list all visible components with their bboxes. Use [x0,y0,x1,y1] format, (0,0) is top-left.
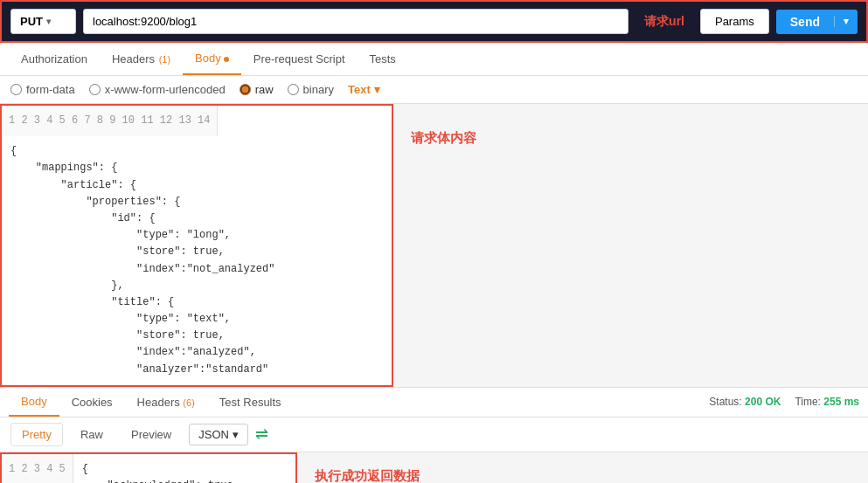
tab-headers[interactable]: Headers (1) [100,44,183,74]
status-area: Status: 200 OK Time: 255 ms [709,396,859,408]
tab-body[interactable]: Body [183,43,241,75]
resp-format-dropdown[interactable]: JSON ▾ [189,424,248,445]
format-chevron-icon: ▾ [374,83,380,96]
resp-code-content: { "acknowledged": true, "shards_acknowle… [73,454,292,483]
option-raw[interactable]: raw [240,83,274,96]
option-binary[interactable]: binary [288,83,334,96]
resp-tab-cookies[interactable]: Cookies [59,389,125,416]
url-input[interactable] [83,9,628,34]
resp-format-chevron-icon: ▾ [233,428,239,441]
tab-authorization-label: Authorization [21,52,87,66]
response-tabs: Body Cookies Headers (6) Test Results St… [0,388,868,417]
tab-prerequest[interactable]: Pre-request Script [241,44,358,74]
tab-prerequest-label: Pre-request Script [253,52,345,66]
body-options-bar: form-data x-www-form-urlencoded raw bina… [0,76,868,104]
wrap-icon[interactable]: ⇌ [255,424,268,444]
status-prefix: Status: [709,396,741,408]
url-hint: 请求url [635,14,693,30]
status-value: 200 OK [745,396,781,408]
resp-tab-headers-label: Headers (6) [137,396,195,409]
method-chevron-icon: ▾ [46,17,51,26]
send-dropdown-icon[interactable]: ▾ [834,16,858,27]
send-label: Send [776,15,834,29]
time-value: 255 ms [823,396,859,408]
resp-tab-headers[interactable]: Headers (6) [125,389,207,416]
tab-body-label: Body [195,52,229,65]
line-numbers: 1 2 3 4 5 6 7 8 9 10 11 12 13 14 [2,106,218,136]
response-options: Pretty Raw Preview JSON ▾ ⇌ [0,417,868,452]
resp-pretty-btn[interactable]: Pretty [10,423,63,446]
resp-format-label: JSON [198,428,229,441]
resp-tab-testresults[interactable]: Test Results [207,389,294,416]
format-dropdown[interactable]: Text ▾ [348,83,380,96]
url-bar: PUT ▾ 请求url Params Send ▾ [0,0,868,43]
option-form-data[interactable]: form-data [10,83,75,96]
response-code-editor[interactable]: 1 2 3 4 5{ "acknowledged": true, "shards… [0,452,297,483]
option-urlencoded[interactable]: x-www-form-urlencoded [89,83,226,96]
params-button[interactable]: Params [700,9,769,34]
method-label: PUT [20,15,43,28]
tab-tests[interactable]: Tests [358,44,408,74]
tab-headers-label: Headers (1) [112,52,170,66]
tab-authorization[interactable]: Authorization [9,44,100,74]
time-label: Time: 255 ms [795,396,859,408]
request-tabs: Authorization Headers (1) Body Pre-reque… [0,43,868,76]
request-body-section: 1 2 3 4 5 6 7 8 9 10 11 12 13 14{ "mappi… [0,104,868,388]
response-hint: 执行成功返回数据 [297,459,437,483]
resp-tab-testresults-label: Test Results [219,396,281,409]
resp-tab-cookies-label: Cookies [72,396,113,409]
resp-raw-btn[interactable]: Raw [70,424,114,445]
send-button[interactable]: Send ▾ [776,10,858,34]
format-label: Text [348,83,371,96]
resp-preview-btn[interactable]: Preview [121,424,182,445]
time-prefix: Time: [795,396,821,408]
tab-tests-label: Tests [370,52,396,66]
request-body-hint: 请求体内容 [393,113,494,164]
resp-line-numbers: 1 2 3 4 5 [2,454,73,483]
status-label: Status: 200 OK [709,396,781,408]
response-body-section: 1 2 3 4 5{ "acknowledged": true, "shards… [0,452,868,483]
resp-tab-body[interactable]: Body [9,388,59,417]
request-code-editor[interactable]: 1 2 3 4 5 6 7 8 9 10 11 12 13 14{ "mappi… [0,104,393,387]
code-content: { "mappings": { "article": { "properties… [2,136,283,385]
method-selector[interactable]: PUT ▾ [10,9,76,34]
resp-tab-body-label: Body [21,395,47,408]
